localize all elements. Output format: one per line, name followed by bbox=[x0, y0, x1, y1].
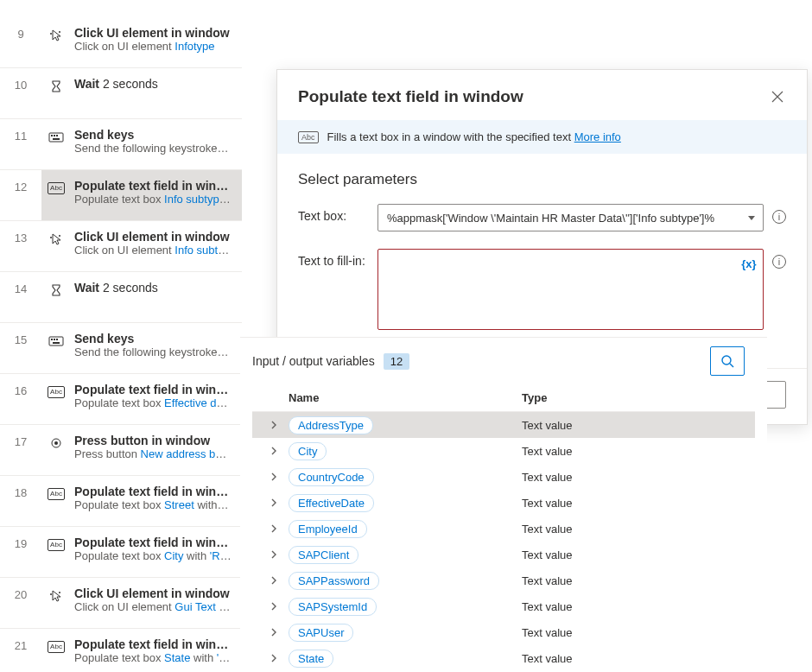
step-number: 19 bbox=[0, 527, 41, 550]
svg-rect-3 bbox=[51, 135, 53, 136]
text-to-fill-label: Text to fill-in: bbox=[298, 249, 377, 268]
svg-rect-12 bbox=[56, 339, 58, 340]
svg-rect-9 bbox=[49, 337, 63, 346]
flow-step[interactable]: Click UI element in windowClick on UI el… bbox=[41, 17, 242, 67]
step-subtitle: Populate text box Info subtype with '2' bbox=[74, 193, 232, 206]
variable-name[interactable]: CountryCode bbox=[289, 468, 374, 486]
step-title: Populate text field in window bbox=[74, 383, 232, 396]
chevron-right-icon[interactable] bbox=[259, 421, 289, 429]
chevron-right-icon[interactable] bbox=[259, 654, 289, 662]
step-title: Wait 2 seconds bbox=[74, 77, 158, 91]
variable-row[interactable]: SAPPasswordText value bbox=[252, 567, 755, 593]
search-button[interactable] bbox=[710, 346, 745, 376]
cursor-icon bbox=[48, 28, 64, 43]
svg-rect-11 bbox=[54, 339, 55, 340]
step-subtitle: Populate text box Street with 'On bbox=[74, 498, 232, 511]
step-subtitle: Populate text box Effective date bbox=[74, 396, 232, 409]
flow-step[interactable]: Click UI element in windowClick on UI el… bbox=[41, 578, 242, 628]
variable-name[interactable]: State bbox=[289, 650, 333, 668]
variable-row[interactable]: CityText value bbox=[252, 438, 755, 464]
step-title: Press button in window bbox=[74, 434, 232, 447]
step-number: 11 bbox=[0, 119, 41, 143]
svg-point-17 bbox=[50, 593, 52, 595]
more-info-link[interactable]: More info bbox=[574, 130, 621, 143]
variable-type: Text value bbox=[522, 652, 748, 665]
flow-step[interactable]: Wait 2 seconds bbox=[41, 272, 242, 322]
step-title: Wait 2 seconds bbox=[74, 281, 158, 295]
flow-step[interactable]: AbcPopulate text field in windowPopulate… bbox=[41, 374, 242, 424]
flow-step[interactable]: Press button in windowPress button New a… bbox=[41, 425, 242, 475]
flow-step[interactable]: Wait 2 seconds bbox=[41, 68, 242, 118]
flow-step[interactable]: AbcPopulate text field in windowPopulate… bbox=[41, 527, 242, 577]
chevron-right-icon[interactable] bbox=[259, 550, 289, 559]
chevron-right-icon[interactable] bbox=[259, 472, 289, 481]
text-to-fill-input[interactable]: {x} bbox=[377, 249, 764, 330]
step-title: Send keys bbox=[74, 332, 232, 346]
step-subtitle: Click on UI element Gui Text Field bbox=[74, 600, 232, 613]
step-subtitle: Populate text box City with 'Redr bbox=[74, 549, 232, 562]
step-title: Populate text field in window bbox=[74, 179, 232, 193]
variable-picker-button[interactable]: {x} bbox=[740, 255, 758, 272]
svg-rect-13 bbox=[53, 342, 60, 344]
variables-heading: Input / output variables bbox=[252, 354, 375, 368]
step-subtitle: Click on UI element Infotype bbox=[74, 40, 230, 53]
variable-row[interactable]: SAPClientText value bbox=[252, 542, 755, 567]
chevron-right-icon[interactable] bbox=[259, 602, 289, 611]
textbox-value: %appmask['Window \'Maintain HR Master Da… bbox=[387, 212, 714, 225]
variable-name[interactable]: City bbox=[289, 442, 327, 460]
variable-name[interactable]: SAPPassword bbox=[289, 572, 379, 590]
variable-row[interactable]: SAPUserText value bbox=[252, 619, 755, 645]
flow-step[interactable]: Click UI element in windowClick on UI el… bbox=[41, 221, 242, 271]
variable-name[interactable]: SAPSystemId bbox=[289, 598, 377, 616]
cursor-icon bbox=[48, 588, 64, 604]
step-number: 17 bbox=[0, 425, 41, 448]
flow-step[interactable]: Send keysSend the following keystrokes: … bbox=[41, 119, 242, 169]
svg-rect-4 bbox=[54, 135, 55, 136]
step-number: 16 bbox=[0, 374, 41, 397]
flow-step[interactable]: Send keysSend the following keystrokes: … bbox=[41, 323, 242, 373]
chevron-right-icon[interactable] bbox=[259, 628, 289, 637]
chevron-right-icon[interactable] bbox=[259, 447, 289, 455]
textbox-param-label: Text box: bbox=[298, 204, 377, 223]
dialog-title: Populate text field in window bbox=[298, 87, 523, 106]
select-parameters-heading: Select parameters bbox=[298, 171, 786, 188]
wait-icon bbox=[48, 79, 64, 94]
variable-name[interactable]: SAPUser bbox=[289, 624, 353, 642]
textfield-icon: Abc bbox=[48, 639, 64, 655]
variable-row[interactable]: SAPSystemIdText value bbox=[252, 593, 755, 619]
column-header-type[interactable]: Type bbox=[522, 391, 748, 404]
step-title: Send keys bbox=[74, 128, 232, 142]
chevron-right-icon[interactable] bbox=[259, 498, 289, 507]
step-number: 12 bbox=[0, 170, 41, 193]
variable-type: Text value bbox=[522, 419, 748, 432]
variable-row[interactable]: AddressTypeText value bbox=[252, 412, 755, 438]
variable-row[interactable]: CountryCodeText value bbox=[252, 464, 755, 490]
info-icon[interactable]: i bbox=[772, 255, 786, 269]
flow-step[interactable]: AbcPopulate text field in windowPopulate… bbox=[41, 170, 242, 220]
close-icon[interactable] bbox=[769, 88, 786, 105]
variable-row[interactable]: StateText value bbox=[252, 645, 755, 671]
flow-step[interactable]: AbcPopulate text field in windowPopulate… bbox=[41, 476, 242, 526]
chevron-right-icon[interactable] bbox=[259, 576, 289, 585]
step-number: 14 bbox=[0, 272, 41, 295]
step-title: Populate text field in window bbox=[74, 637, 232, 651]
variable-type: Text value bbox=[522, 471, 748, 484]
step-number: 21 bbox=[0, 629, 41, 652]
info-icon[interactable]: i bbox=[772, 210, 786, 224]
chevron-right-icon[interactable] bbox=[259, 524, 289, 533]
step-subtitle: Click on UI element Info subtype bbox=[74, 244, 232, 257]
variable-name[interactable]: EffectiveDate bbox=[289, 494, 374, 512]
variable-name[interactable]: SAPClient bbox=[289, 546, 358, 564]
column-header-name[interactable]: Name bbox=[289, 391, 522, 404]
variable-row[interactable]: EmployeeIdText value bbox=[252, 516, 755, 542]
cursor-icon bbox=[48, 231, 64, 247]
textbox-select[interactable]: %appmask['Window \'Maintain HR Master Da… bbox=[377, 204, 764, 231]
variable-name[interactable]: EmployeeId bbox=[289, 520, 367, 538]
step-title: Click UI element in window bbox=[74, 26, 230, 40]
svg-point-1 bbox=[50, 33, 52, 35]
variable-row[interactable]: EffectiveDateText value bbox=[252, 490, 755, 516]
flow-step[interactable]: AbcPopulate text field in windowPopulate… bbox=[41, 629, 242, 672]
variable-name[interactable]: AddressType bbox=[289, 416, 373, 434]
dialog-info-text: Fills a text box in a window with the sp… bbox=[327, 130, 574, 143]
step-title: Populate text field in window bbox=[74, 536, 232, 549]
